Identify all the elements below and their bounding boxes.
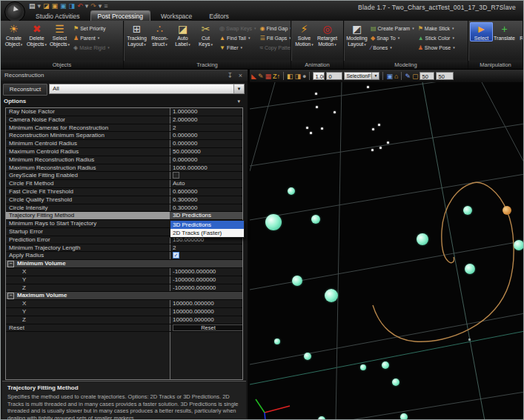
- tab-editors[interactable]: Editors: [202, 11, 235, 21]
- property-value[interactable]: 2: [170, 244, 242, 252]
- qat-dropdown-icon[interactable]: ▾: [38, 2, 42, 10]
- white-marker[interactable]: [321, 127, 323, 130]
- teal-marker[interactable]: [304, 353, 311, 360]
- combo-arrow-icon[interactable]: ▼: [233, 84, 244, 93]
- teal-marker[interactable]: [514, 240, 523, 250]
- property-row-y[interactable]: Y-100000.000000: [6, 276, 242, 284]
- property-row-ray-noise-factor[interactable]: Ray Noise Factor1.000000: [6, 108, 242, 116]
- white-marker[interactable]: [306, 127, 308, 129]
- white-marker[interactable]: [371, 149, 374, 151]
- property-value[interactable]: 0.000000: [170, 156, 242, 164]
- teal-marker[interactable]: [417, 233, 428, 245]
- width-input[interactable]: 50: [419, 72, 434, 80]
- tab-studio-activities[interactable]: Studio Activities: [29, 11, 87, 21]
- auto-label-button[interactable]: ◪AutoLabel▾: [171, 22, 194, 47]
- property-group-minimum-volume[interactable]: −Minimum Volume: [6, 260, 242, 268]
- property-value[interactable]: -100000.000000: [170, 268, 242, 276]
- property-row-reset[interactable]: ResetReset: [6, 324, 242, 333]
- teal-marker[interactable]: [325, 289, 338, 302]
- qat-overflow-icon[interactable]: ≡: [104, 2, 107, 10]
- save-icon[interactable]: ▣: [52, 2, 59, 10]
- white-marker[interactable]: [387, 141, 389, 144]
- teal-marker[interactable]: [292, 276, 302, 286]
- property-row-trajectory-fitting-method[interactable]: Trajectory Fitting Method3D Predictions: [6, 212, 242, 220]
- z-up-icon[interactable]: Z↑: [273, 72, 280, 81]
- property-value[interactable]: 0.300000: [170, 204, 242, 212]
- new-document-icon[interactable]: ▤: [29, 2, 36, 10]
- copy-pattern-button[interactable]: ≈Copy Pattern: [260, 44, 291, 51]
- property-value[interactable]: [170, 172, 242, 179]
- property-group-maximum-volume[interactable]: −Maximum Volume: [6, 292, 242, 300]
- tab-workspace[interactable]: Workspace: [154, 11, 199, 21]
- property-row-fast-circle-fit-threshold[interactable]: Fast Circle Fit Threshold0.600000: [6, 188, 242, 196]
- property-row-apply-radius[interactable]: Apply Radius✓: [6, 252, 242, 260]
- undo-dropdown-icon[interactable]: ▾: [85, 2, 89, 10]
- filter-button[interactable]: ▼Filter▾: [219, 44, 256, 51]
- swap-keys-button[interactable]: ◎Swap Keys▾: [219, 25, 256, 32]
- retarget-motion-button[interactable]: ◎RetargetMotion▾: [316, 22, 339, 47]
- cut-keys-button[interactable]: ✂CutKeys▾: [194, 22, 217, 47]
- zoom-input[interactable]: 1.00: [313, 72, 325, 80]
- teal-marker[interactable]: [465, 264, 475, 274]
- white-marker[interactable]: [378, 124, 380, 126]
- height-input[interactable]: 50: [436, 72, 454, 80]
- marker-edit-icon[interactable]: ✎: [258, 72, 264, 81]
- property-row-x[interactable]: X100000.000000: [6, 300, 242, 308]
- property-row-x[interactable]: X-100000.000000: [6, 268, 242, 276]
- property-value[interactable]: Auto: [170, 180, 242, 187]
- property-value[interactable]: 0.600000: [170, 188, 242, 196]
- close-icon[interactable]: ×: [239, 71, 242, 80]
- white-marker[interactable]: [379, 147, 382, 149]
- tab-post-processing[interactable]: Post Processing: [90, 10, 150, 21]
- make-stick-button[interactable]: ⚑Make Stick▾: [418, 25, 455, 32]
- reconstruct-button[interactable]: Reconstruct: [3, 84, 47, 96]
- translate-tool-button[interactable]: +Translate: [493, 22, 516, 41]
- property-value[interactable]: 50.000000: [170, 148, 242, 156]
- select-tool-button[interactable]: ►Select: [470, 22, 493, 41]
- property-row-greyscale-fitting-enabled[interactable]: GreyScale Fitting Enabled: [6, 172, 242, 180]
- snap-to-button[interactable]: ◆Snap To▾: [371, 35, 414, 41]
- region-zoom-icon[interactable]: ▢: [412, 72, 419, 81]
- teal-marker[interactable]: [265, 214, 282, 230]
- property-value[interactable]: 100000.000000: [170, 300, 242, 307]
- property-value[interactable]: 3D Predictions: [170, 212, 242, 219]
- set-priority-button[interactable]: ⚑Set Priority: [73, 25, 110, 32]
- dashed-region-icon[interactable]: ▦: [265, 72, 271, 81]
- import-icon[interactable]: ◨: [69, 2, 76, 10]
- property-value[interactable]: 1000.000000: [170, 164, 242, 172]
- property-value[interactable]: ✓: [170, 252, 242, 259]
- show-pose-button[interactable]: ♟Show Pose▾: [418, 44, 455, 51]
- modeling-layout-button[interactable]: ◩ModelingLayout▾: [345, 22, 368, 47]
- collapse-icon[interactable]: −: [7, 293, 14, 299]
- property-row-y[interactable]: Y100000.000000: [6, 308, 242, 316]
- save-as-icon[interactable]: ▣: [60, 2, 67, 10]
- lock-icon[interactable]: ⌂: [394, 72, 398, 81]
- white-marker[interactable]: [334, 111, 336, 113]
- property-value[interactable]: -100000.000000: [170, 284, 242, 292]
- property-value[interactable]: -100000.000000: [170, 276, 242, 284]
- create-object-button[interactable]: ☀CreateObject▾: [2, 22, 25, 47]
- options-header[interactable]: Options ▾: [4, 97, 245, 106]
- property-row-z[interactable]: Z-100000.000000: [6, 284, 242, 293]
- property-row-circle-intensity[interactable]: Circle Intensity0.300000: [6, 204, 242, 213]
- property-row-reconstruction-minimum-separation[interactable]: Reconstruction Minimum Separation0.00000…: [6, 132, 242, 140]
- reset-button[interactable]: Reset: [173, 324, 242, 331]
- solve-motion-button[interactable]: ⚡SolveMotion▾: [293, 22, 316, 47]
- teal-marker[interactable]: [274, 339, 280, 344]
- checkbox-checked[interactable]: ✓: [173, 252, 179, 259]
- open-folder-icon[interactable]: ◪: [43, 2, 50, 10]
- property-value[interactable]: 2: [170, 124, 242, 132]
- property-value[interactable]: 1.000000: [170, 108, 242, 116]
- property-value[interactable]: 0.300000: [170, 196, 242, 204]
- reconstruct-scope-select[interactable]: All ▼: [49, 84, 245, 94]
- property-row-camera-noise-factor[interactable]: Camera Noise Factor2.000000: [6, 116, 242, 124]
- white-marker[interactable]: [367, 86, 369, 88]
- orange-marker[interactable]: [503, 206, 511, 215]
- property-value[interactable]: 100000.000000: [170, 316, 242, 324]
- teal-marker[interactable]: [360, 364, 366, 370]
- fit-mode-select[interactable]: SelectionFit▼: [344, 72, 379, 80]
- property-value[interactable]: 0.000000: [170, 132, 242, 139]
- property-row-minimum-centroid-radius[interactable]: Minimum Centroid Radius0.000000: [6, 140, 242, 148]
- find-tail-button[interactable]: ▲Find Tail▾: [219, 35, 256, 41]
- fill-gaps-button[interactable]: ☰Fill Gaps▾: [260, 35, 291, 41]
